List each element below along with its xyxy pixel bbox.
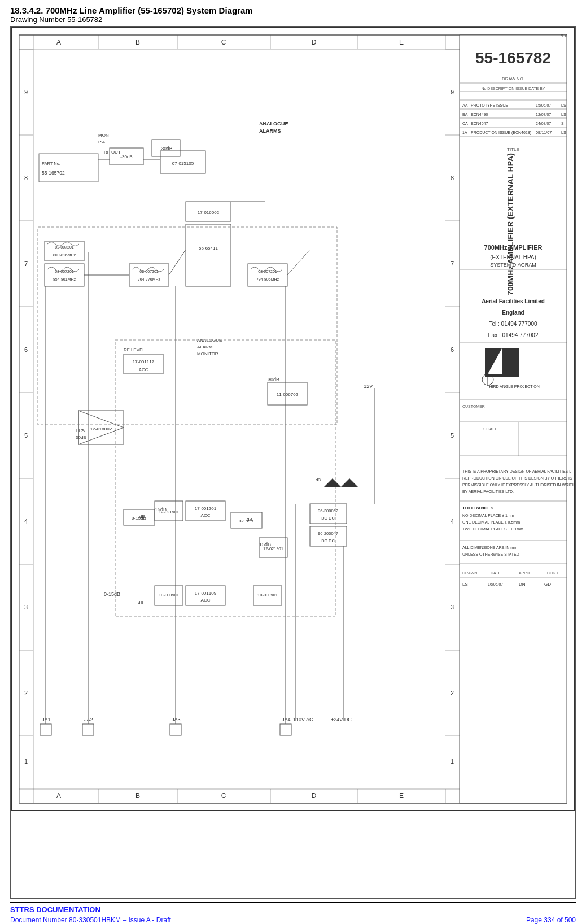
svg-text:DRAWN: DRAWN xyxy=(462,571,477,575)
svg-text:30dB: 30dB xyxy=(76,435,86,440)
svg-text:JA4: JA4 xyxy=(282,717,291,722)
svg-text:TOLERANCES: TOLERANCES xyxy=(462,505,494,511)
page-number: Page 334 of 500 xyxy=(526,916,576,924)
svg-text:E: E xyxy=(399,792,404,800)
svg-text:3: 3 xyxy=(24,604,28,611)
svg-text:794-806MHz: 794-806MHz xyxy=(256,277,279,281)
sttrs-label: STTRS DOCUMENTATION xyxy=(10,905,171,914)
svg-text:JA1: JA1 xyxy=(42,717,51,722)
svg-text:4 3: 4 3 xyxy=(561,33,567,38)
svg-text:0E/11/07: 0E/11/07 xyxy=(536,130,552,134)
svg-text:4: 4 xyxy=(24,518,28,525)
svg-text:12-021901: 12-021901 xyxy=(159,509,179,515)
svg-text:0-15dB: 0-15dB xyxy=(104,591,120,597)
svg-text:854-861MHz: 854-861MHz xyxy=(53,277,76,281)
svg-text:700MHz AMPLIFIER (EXTERNAL HPA: 700MHz AMPLIFIER (EXTERNAL HPA) xyxy=(506,153,515,295)
svg-text:764-776MHz: 764-776MHz xyxy=(138,277,161,281)
svg-text:17-001201: 17-001201 xyxy=(195,506,217,511)
svg-text:C: C xyxy=(221,38,226,46)
svg-text:12-018002: 12-018002 xyxy=(90,426,112,432)
svg-text:DATE: DATE xyxy=(491,571,501,575)
doc-number: Document Number 80-330501HBKM – Issue A … xyxy=(10,916,171,924)
svg-text:MONITOR: MONITOR xyxy=(197,351,218,356)
svg-text:7: 7 xyxy=(451,260,454,267)
svg-text:2: 2 xyxy=(451,690,454,696)
svg-text:11-006702: 11-006702 xyxy=(277,392,299,397)
svg-text:ANALOGUE: ANALOGUE xyxy=(197,338,222,343)
svg-text:809-816MHz: 809-816MHz xyxy=(53,253,76,257)
page-header: 18.3.4.2. 700MHz Line Amplifier (55-1657… xyxy=(10,6,576,24)
svg-text:Aerial Facilities Limited: Aerial Facilities Limited xyxy=(482,298,545,304)
svg-text:THIRD ANGLE PROJECTION: THIRD ANGLE PROJECTION xyxy=(487,385,540,389)
svg-text:ACC: ACC xyxy=(139,367,148,372)
svg-text:16/06/07: 16/06/07 xyxy=(488,582,503,586)
svg-text:BY AERIAL FACILITIES LTD.: BY AERIAL FACILITIES LTD. xyxy=(462,490,514,494)
svg-text:55-165702: 55-165702 xyxy=(42,170,65,176)
svg-text:TWO DECIMAL PLACES ± 0.1mm: TWO DECIMAL PLACES ± 0.1mm xyxy=(462,527,523,531)
svg-text:P'A: P'A xyxy=(98,140,106,145)
svg-text:DC DC: DC DC xyxy=(321,516,335,521)
svg-text:700MHz AMPLIFIER: 700MHz AMPLIFIER xyxy=(484,244,543,251)
svg-text:ALL DIMENSIONS ARE IN mm: ALL DIMENSIONS ARE IN mm xyxy=(462,546,517,550)
page-container: 18.3.4.2. 700MHz Line Amplifier (55-1657… xyxy=(0,0,586,924)
svg-text:CA: CA xyxy=(462,121,468,125)
svg-text:17-016502: 17-016502 xyxy=(198,210,220,215)
svg-text:1: 1 xyxy=(451,758,454,765)
page-title: 18.3.4.2. 700MHz Line Amplifier (55-1657… xyxy=(10,6,576,15)
svg-text:5: 5 xyxy=(24,432,28,439)
svg-text:D: D xyxy=(312,792,317,800)
svg-text:C: C xyxy=(221,792,226,800)
svg-text:TITLE: TITLE xyxy=(507,147,519,152)
svg-text:E: E xyxy=(399,38,404,46)
svg-text:GD: GD xyxy=(544,582,551,587)
svg-text:9: 9 xyxy=(451,89,454,95)
svg-text:10-000901: 10-000901 xyxy=(159,592,179,598)
svg-text:9: 9 xyxy=(24,89,28,95)
svg-text:APPD: APPD xyxy=(519,571,530,575)
svg-text:17-001109: 17-001109 xyxy=(195,591,217,596)
svg-text:PROTOTYPE ISSUE: PROTOTYPE ISSUE xyxy=(471,103,508,107)
technical-drawing: A B C D E F A B C D E F xyxy=(11,27,575,812)
svg-text:BA: BA xyxy=(462,112,468,116)
svg-text:S: S xyxy=(561,121,564,125)
svg-text:12/07/07: 12/07/07 xyxy=(536,112,551,116)
svg-text:6: 6 xyxy=(451,346,454,353)
svg-text:LS: LS xyxy=(561,112,566,116)
svg-text:CUSTOMER: CUSTOMER xyxy=(462,404,485,408)
svg-text:(EXTERNAL HPA): (EXTERNAL HPA) xyxy=(490,254,536,260)
svg-text:PERMISSIBLE ONLY IF EXPRESSLY : PERMISSIBLE ONLY IF EXPRESSLY AUTHORISED… xyxy=(462,483,575,487)
svg-text:DN: DN xyxy=(519,582,526,587)
svg-text:ACC: ACC xyxy=(201,598,211,603)
svg-text:8: 8 xyxy=(24,175,28,181)
svg-text:JA2: JA2 xyxy=(84,717,93,722)
svg-text:B: B xyxy=(135,38,140,46)
svg-text:8: 8 xyxy=(451,175,454,181)
svg-text:-30dB: -30dB xyxy=(120,154,132,159)
svg-text:ACC: ACC xyxy=(201,513,211,518)
svg-text:55-65411: 55-65411 xyxy=(199,246,218,251)
svg-text:B: B xyxy=(135,792,140,800)
svg-text:0-15dB: 0-15dB xyxy=(132,516,146,521)
svg-text:RF LEVEL: RF LEVEL xyxy=(124,347,145,352)
svg-text:LS: LS xyxy=(561,103,566,107)
svg-text:30dB: 30dB xyxy=(268,377,279,382)
svg-text:ECN4490: ECN4490 xyxy=(471,112,488,116)
svg-text:THIS IS A PROPRIETARY DESIGN O: THIS IS A PROPRIETARY DESIGN OF AERIAL F… xyxy=(462,469,575,473)
svg-text:dB: dB xyxy=(138,600,143,605)
svg-text:55-165782: 55-165782 xyxy=(475,49,551,67)
svg-text:10-000901: 10-000901 xyxy=(257,592,278,598)
svg-text:No   DESCRIPTION   ISSUE   DAT: No DESCRIPTION ISSUE DATE BY xyxy=(481,86,545,90)
svg-text:4: 4 xyxy=(451,518,454,525)
svg-text:15/06/07: 15/06/07 xyxy=(536,103,551,107)
svg-text:SYSTEM DIAGRAM: SYSTEM DIAGRAM xyxy=(490,262,536,268)
svg-text:ALARMS: ALARMS xyxy=(259,128,281,134)
svg-text:+24V DC: +24V DC xyxy=(331,717,352,722)
svg-text:6: 6 xyxy=(24,346,28,353)
svg-text:Tel : 01494 777000: Tel : 01494 777000 xyxy=(489,321,537,327)
svg-text:7: 7 xyxy=(24,260,28,267)
svg-text:PRODUCTION ISSUE (ECN4628): PRODUCTION ISSUE (ECN4628) xyxy=(471,130,531,135)
drawing-number: Drawing Number 55-165782 xyxy=(10,15,576,24)
svg-text:JA3: JA3 xyxy=(172,717,181,722)
footer-section: STTRS DOCUMENTATION Document Number 80-3… xyxy=(10,902,576,924)
svg-text:REPRODUCTION OR USE OF THIS DE: REPRODUCTION OR USE OF THIS DESIGN BY OT… xyxy=(462,476,572,480)
